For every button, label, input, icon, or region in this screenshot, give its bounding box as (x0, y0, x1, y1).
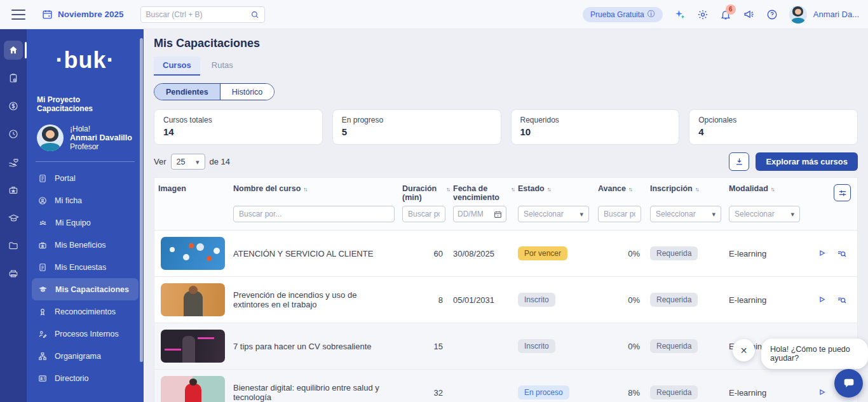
greeting: ¡Hola! (70, 124, 132, 133)
trial-badge[interactable]: Prueba Gratuita (583, 7, 663, 22)
chat-close-button[interactable] (733, 339, 755, 361)
table-filter-row: DD/MM Seleccionar Seleccionar Sele (154, 202, 857, 231)
tab-cursos[interactable]: Cursos (154, 57, 200, 76)
sort-icon[interactable] (446, 184, 449, 193)
stat-cursos-totales: Cursos totales 14 (154, 109, 323, 145)
filter-fecha-input[interactable]: DD/MM (453, 206, 506, 222)
sort-icon[interactable] (628, 184, 632, 193)
tab-rutas[interactable]: Rutas (203, 57, 242, 76)
user-avatar[interactable] (789, 6, 807, 23)
sidebar-avatar (37, 124, 64, 151)
divider (36, 161, 135, 162)
sort-icon[interactable] (547, 184, 550, 193)
inscription-badge: Requerida (650, 385, 698, 399)
table-row[interactable]: Prevención de incendios y uso de extinto… (154, 277, 857, 323)
user-menu[interactable]: Anmari Da... (813, 10, 859, 19)
sidebar-item-mis-beneficios[interactable]: Mis Beneficios (32, 234, 139, 256)
course-thumbnail (161, 237, 225, 270)
notification-badge: 6 (726, 4, 736, 15)
toggle-historico[interactable]: Histórico (220, 84, 275, 100)
col-duracion: Duración (min) (402, 184, 453, 202)
sort-icon[interactable] (303, 184, 306, 193)
filter-inscripcion-select[interactable]: Seleccionar (650, 206, 721, 222)
person-circle-icon (38, 196, 47, 205)
controls-row: Ver 25 de 14 Explorar más cursos (154, 152, 858, 171)
table-row[interactable]: Bienestar digital: equilibrio entre salu… (154, 370, 857, 402)
search-icon[interactable] (250, 10, 259, 19)
sidebar-item-mi-equipo[interactable]: Mi Equipo (32, 211, 139, 234)
col-modalidad: Modalidad (729, 184, 806, 193)
bell-icon[interactable]: 6 (720, 9, 731, 20)
sidebar-user-name: Anmari Davalillo (70, 133, 132, 142)
close-icon (740, 345, 748, 356)
page-title: Mis Capacitaciones (154, 37, 858, 50)
view-details-icon[interactable] (837, 248, 847, 258)
global-search[interactable] (140, 6, 265, 23)
pendientes-historico-toggle: Pendientes Histórico (154, 83, 275, 100)
explore-courses-button[interactable]: Explorar más cursos (756, 152, 858, 171)
sort-icon[interactable] (771, 184, 774, 193)
view-details-icon[interactable] (837, 295, 847, 305)
sliders-icon (838, 189, 847, 198)
chevron-down-icon (580, 210, 583, 218)
toggle-pendientes[interactable]: Pendientes (154, 84, 220, 100)
status-badge: En proceso (518, 385, 569, 399)
filter-nombre-input[interactable] (233, 206, 395, 222)
sort-icon[interactable] (511, 184, 514, 193)
course-thumbnail (161, 283, 225, 316)
period-selector[interactable]: Noviembre 2025 (42, 9, 124, 20)
sparkle-icon[interactable] (674, 9, 686, 20)
megaphone-icon[interactable] (743, 8, 755, 20)
sort-icon[interactable] (695, 184, 698, 193)
chat-greeting-bubble[interactable]: Hola! ¿Cómo te puedo ayudar? (761, 338, 868, 369)
sidebar-item-mis-encuestas[interactable]: Mis Encuestas (32, 256, 139, 278)
sidebar-item-reconocimientos[interactable]: Reconocimientos (32, 300, 139, 323)
calendar-icon (494, 210, 502, 218)
column-settings-button[interactable] (834, 184, 851, 201)
sidebar-item-mi-ficha[interactable]: Mi ficha (32, 189, 139, 211)
gear-icon[interactable] (697, 9, 709, 20)
play-course-icon[interactable] (817, 295, 827, 305)
sidebar-item-portal[interactable]: Portal (32, 167, 139, 189)
status-badge: Inscrito (518, 293, 555, 307)
briefcase-icon[interactable] (4, 180, 23, 199)
filter-modalidad-select[interactable]: Seleccionar (729, 206, 800, 222)
sidebar-profile[interactable]: ¡Hola! Anmari Davalillo Profesor (27, 124, 144, 151)
sidebar-item-organigrama[interactable]: Organigrama (32, 345, 139, 367)
clipboard-icon[interactable] (4, 69, 23, 88)
filter-avance-input[interactable] (598, 206, 641, 222)
sidebar-scrollbar[interactable] (140, 38, 143, 362)
search-input[interactable] (146, 10, 250, 19)
play-course-icon[interactable] (817, 248, 827, 258)
table-row[interactable]: ATENCIÓN Y SERVICIO AL CLIENTE 60 30/08/… (154, 231, 857, 277)
course-thumbnail (161, 330, 225, 363)
sidebar-item-procesos-internos[interactable]: Procesos Internos (32, 323, 139, 345)
project-title: Mi Proyecto Capacitaciones (27, 95, 144, 113)
buk-logo: ·buk· (27, 47, 144, 74)
person-edit-icon (38, 330, 47, 338)
sidebar-item-mis-capacitaciones[interactable]: Mis Capacitaciones (32, 278, 139, 300)
download-button[interactable] (729, 152, 749, 171)
home-icon[interactable] (4, 41, 23, 60)
folder-icon[interactable] (4, 236, 23, 255)
table-header-row: Imagen Nombre del curso Duración (min) F… (154, 178, 857, 202)
money-icon[interactable] (4, 97, 23, 116)
inscription-badge: Requerida (650, 293, 698, 307)
filter-estado-select[interactable]: Seleccionar (518, 206, 589, 222)
help-icon[interactable] (766, 9, 778, 20)
sidebar-item-directorio[interactable]: Directorio (32, 367, 139, 389)
benefits-hand-icon[interactable] (4, 152, 23, 171)
filter-duracion-input[interactable] (402, 206, 445, 222)
sidebar-nav: Portal Mi ficha Mi Equipo Mis Beneficios… (27, 166, 144, 391)
team-icon (38, 218, 48, 227)
clock-icon[interactable] (4, 124, 23, 144)
page-size-select[interactable]: 25 (171, 154, 205, 170)
course-thumbnail (161, 376, 225, 402)
play-course-icon[interactable] (817, 387, 827, 398)
col-estado: Estado (518, 184, 598, 193)
icon-rail (0, 29, 27, 402)
graduation-icon[interactable] (4, 208, 23, 227)
hamburger-icon[interactable] (11, 10, 25, 20)
printer-icon[interactable] (4, 264, 23, 283)
chat-launcher-button[interactable] (834, 369, 863, 398)
